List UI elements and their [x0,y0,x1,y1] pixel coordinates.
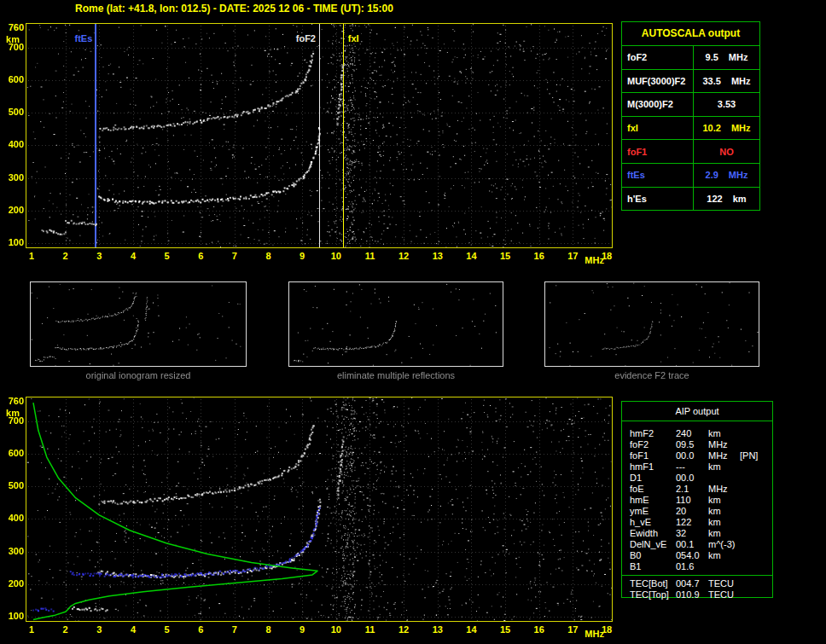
x-axis-tick: 11 [359,252,380,261]
x-axis-tick: 12 [393,252,414,261]
value-cell: NO [694,140,759,163]
extra-cell [740,528,767,539]
param-cell: fxI [622,117,694,140]
x-axis-tick: 7 [224,625,245,635]
thumbnail-canvas [31,282,246,366]
x-axis-tick: 1 [21,252,42,261]
y-axis-tick: 300 [2,173,24,183]
aip-row: Ewidth32km [630,528,767,539]
autoscala-row: MUF(3000)F233.5MHz [622,70,759,94]
x-axis-unit-label: MHz [585,256,604,265]
param-cell: foF1 [622,140,694,163]
param-cell: TEC[Bot] [630,578,676,589]
y-axis-tick: 760 [2,397,24,406]
aip-row: hmF2240km [630,428,767,439]
extra-cell [740,589,767,600]
extra-cell [740,439,767,450]
unit-cell: km [708,506,740,517]
param-cell: h_vE [630,517,676,528]
y-axis-tick: 600 [2,449,24,458]
unit-cell: km [708,461,740,473]
param-cell: foE [630,484,676,495]
param-cell: foF1 [630,450,676,461]
x-axis-tick: 3 [89,625,109,635]
unit-cell [708,473,740,484]
extra-cell [740,539,767,550]
param-cell: foF2 [630,439,676,450]
y-axis-tick: 200 [2,579,24,589]
unit-text: MHz [729,52,748,62]
autoscala-row: ftEs2.9MHz [622,164,759,188]
y-axis-tick: 300 [2,547,24,556]
extra-cell [740,506,767,517]
param-cell: h'Es [622,188,694,211]
unit-cell: TECU [708,578,740,589]
param-cell: ymE [630,506,676,517]
unit-cell: MHz [708,439,740,450]
thumbnail-1 [30,281,247,367]
extra-cell [740,495,767,506]
autoscala-output-table: AUTOSCALA output foF29.5MHzMUF(3000)F233… [621,21,760,211]
x-axis-tick: 2 [55,252,76,261]
extra-cell [740,578,767,589]
extra-cell [740,484,767,495]
y-axis-tick: 100 [2,612,24,621]
unit-cell: km [708,528,740,539]
x-axis-tick: 15 [495,625,515,635]
top-ionogram-plot [26,23,613,248]
param-cell: hmE [630,495,676,506]
thumbnail-caption: evidence F2 trace [544,370,759,380]
x-axis-tick: 11 [359,625,380,635]
param-cell: Ewidth [630,528,676,539]
thumbnail-2 [288,281,503,367]
ionogram-canvas [26,397,612,621]
value-text: 3.53 [718,99,736,109]
x-axis-unit-label: MHz [585,629,604,639]
unit-cell: km [708,428,740,439]
page-title: Rome (lat: +41.8, lon: 012.5) - DATE: 20… [75,3,393,15]
y-axis-tick: 400 [2,513,24,523]
x-axis-tick: 10 [326,625,346,635]
autoscala-row: h'Es122km [622,188,759,211]
unit-cell: TECU [708,589,740,600]
param-cell: foF2 [622,46,694,69]
x-axis-tick: 4 [123,625,143,635]
marker-label-ftEs: ftEs [73,33,95,44]
unit-cell: km [708,550,740,561]
tec-divider [622,575,772,576]
x-axis-tick: 16 [529,252,550,261]
value-cell: 9.5MHz [694,46,759,69]
extra-cell [740,550,767,561]
value-text: 2.9 [706,170,718,180]
param-cell: B0 [630,550,676,561]
unit-cell: MHz [708,450,740,461]
value-cell: 2.9MHz [694,164,759,187]
unit-cell: MHz [708,484,740,495]
param-cell: ftEs [622,164,694,187]
value-cell: --- [676,461,708,473]
value-cell: 122 [676,517,708,528]
thumbnail-3 [544,281,759,367]
aip-tec-row: TEC[Bot]004.7TECU [630,578,767,589]
param-cell: M(3000)F2 [622,93,694,116]
aip-row: DelN_vE00.1m^(-3) [630,539,767,550]
aip-row: h_vE122km [630,517,767,528]
value-text: 9.5 [706,52,718,62]
autoscala-row: M(3000)F23.53 [622,93,759,117]
bottom-ionogram-plot [26,397,613,622]
param-cell: B1 [630,561,676,572]
x-axis-tick: 13 [428,252,448,261]
autoscala-row: foF1NO [622,140,759,164]
y-axis-tick: 600 [2,75,24,84]
value-cell: 09.5 [676,439,708,450]
y-axis-tick: 500 [2,107,24,117]
y-axis-tick: 760 [2,23,24,32]
value-cell: 3.53 [694,93,759,116]
unit-cell: km [708,495,740,506]
x-axis-tick: 16 [529,625,550,635]
x-axis-tick: 14 [461,252,481,261]
value-cell: 10.2MHz [694,117,759,140]
extra-cell: [PN] [740,450,767,461]
unit-cell: m^(-3) [708,539,740,550]
x-axis-tick: 8 [259,252,279,261]
